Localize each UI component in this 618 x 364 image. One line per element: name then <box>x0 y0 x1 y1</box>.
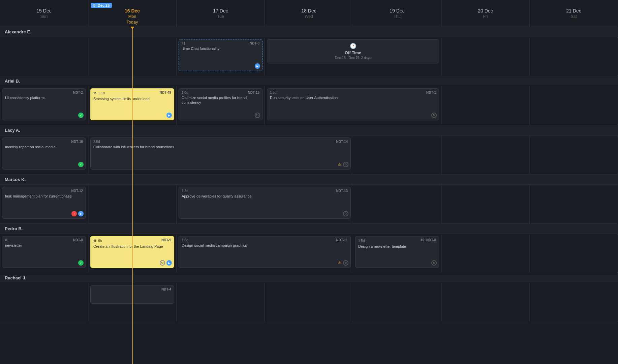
task-num-pedro0: #1 <box>5 238 9 242</box>
off-time-dates: Dec 18 - Dec 19, 2 days <box>335 56 371 60</box>
task-ndt13[interactable]: 1.3d NDT-13 Approve deliverables for qua… <box>179 187 351 219</box>
grid-cell-ariel-0[interactable]: NDT-2 UI consistency platforms ✓ <box>0 86 88 125</box>
task-id-ndt3: NDT-3 <box>250 41 259 45</box>
grid-cell-pedro-0[interactable]: #1 NDT-8 newsletter ✓ <box>0 234 88 273</box>
task-card-ndt3[interactable]: #1 NDT-3 -time Chat functionality ▶ <box>179 39 262 71</box>
task-title-ndt1: Run security tests on User Authenticatio… <box>270 95 436 100</box>
play-icon-ariel1: ▶ <box>166 113 172 118</box>
grid-cell-rachael-4 <box>353 283 441 322</box>
person-header-pedro: Pedro B. <box>0 224 618 234</box>
day-name-4: Thu <box>394 14 401 19</box>
grid-cell-ariel-5 <box>441 86 530 125</box>
task-footer-marcos-2: ↻ <box>343 211 348 216</box>
task-ndt14[interactable]: 2.5d NDT-14 Collaborate with influencers… <box>90 138 351 170</box>
grid-cell-marcos-0[interactable]: NDT-12 task management plan for current … <box>0 185 88 223</box>
task-dur-ndt9: 6h <box>98 239 102 243</box>
sync-icon-pedro2: ↻ <box>343 260 348 266</box>
person-row-ariel: NDT-2 UI consistency platforms ✓ ⚒ <box>0 86 618 125</box>
task-footer-pedro-1: ↻ ▶ <box>160 260 172 266</box>
task-id-ndt11: NDT-11 <box>336 238 348 242</box>
task-footer-ariel-0: ✓ <box>78 113 84 118</box>
day-name-5: Fri <box>483 14 488 19</box>
warn-icon-lacy: ⚠ <box>338 162 342 167</box>
task-num-alex: #1 <box>182 41 185 45</box>
warn-icon-pedro: ⚠ <box>338 260 342 266</box>
grid-cell-ariel-3[interactable]: 1.5d NDT-1 Run security tests on User Au… <box>265 86 441 125</box>
task-ndt1[interactable]: 1.5d NDT-1 Run security tests on User Au… <box>267 88 439 120</box>
calendar-header: 15 Dec Sun 5- Dec 25 16 Dec Mon Today 17… <box>0 0 618 27</box>
task-id-ndt2: NDT-2 <box>73 91 83 94</box>
grid-cell-lacy-0[interactable]: NDT-16 monthly report on social media ✓ <box>0 135 88 174</box>
grid-cell-ariel-6 <box>530 86 618 125</box>
task-id-ndt16: NDT-16 <box>71 140 83 144</box>
person-row-pedro: #1 NDT-8 newsletter ✓ ⚒ <box>0 234 618 273</box>
off-time-label: Off Time <box>345 51 361 55</box>
task-dur-ndt8-2: 1.5d <box>358 239 365 243</box>
day-name-1: Mon <box>128 14 136 19</box>
grid-cell-marcos-2[interactable]: 1.3d NDT-13 Approve deliverables for qua… <box>177 185 353 223</box>
task-dur-ndt15: 1.0d <box>182 91 188 94</box>
task-ndt12[interactable]: NDT-12 task management plan for current … <box>2 187 86 219</box>
person-header-ariel: Ariel B. <box>0 76 618 86</box>
sync-icon-marcos: ↻ <box>343 211 348 216</box>
grid-cell-rachael-2 <box>177 283 265 322</box>
task-footer-pedro-2: ⚠ ↻ <box>338 260 348 266</box>
person-section-rachael: Rachael J. NDT-4 <box>0 273 618 322</box>
task-dur-ndt11: 1.8d <box>182 238 188 242</box>
calendar-body: Alexandre E. #1 NDT-3 -time Chat functio… <box>0 27 618 364</box>
sync-icon-ariel2: ↻ <box>255 113 260 118</box>
grid-cell-pedro-4[interactable]: 1.5d #2 NDT-8 Design a newsletter templa… <box>353 234 441 273</box>
task-ndt8-2[interactable]: 1.5d #2 NDT-8 Design a newsletter templa… <box>355 236 439 268</box>
calendar-container: 15 Dec Sun 5- Dec 25 16 Dec Mon Today 17… <box>0 0 618 364</box>
grid-cell-marcos-4 <box>353 185 441 223</box>
task-title-ndt12: task management plan for current phase <box>5 194 83 199</box>
person-section-ariel: Ariel B. NDT-2 UI consistency platforms … <box>0 76 618 125</box>
sync-icon-pedro1: ↻ <box>160 260 165 266</box>
task-id-ndt1: NDT-1 <box>426 91 436 94</box>
day-date-6: 21 Dec <box>566 8 581 13</box>
grid-cell-lacy-1[interactable]: 2.5d NDT-14 Collaborate with influencers… <box>88 135 353 174</box>
task-ndt15[interactable]: 1.0d NDT-15 Optimize social media profil… <box>179 88 262 120</box>
sync-icon-ariel3: ↻ <box>431 113 437 118</box>
task-id-ndt8-2: #2 NDT-8 <box>421 238 436 242</box>
day-name-2: Tue <box>217 14 224 19</box>
off-time-block-alex: 🕐 Off Time Dec 18 - Dec 19, 2 days <box>267 39 439 63</box>
grid-cell-lacy-5 <box>441 135 530 174</box>
grid-cell-rachael-0 <box>0 283 88 322</box>
grid-cell-alex-6 <box>530 37 618 76</box>
day-date-2: 17 Dec <box>213 8 228 13</box>
task-footer-ariel-2: ↻ <box>255 113 260 118</box>
grid-cell-ariel-2[interactable]: 1.0d NDT-15 Optimize social media profil… <box>177 86 265 125</box>
task-footer-lacy-0: ✓ <box>78 162 84 167</box>
person-header-marcos: Marcos K. <box>0 175 618 185</box>
task-ndt8-1[interactable]: #1 NDT-8 newsletter ✓ <box>2 236 86 268</box>
task-dur-ndt14: 2.5d <box>93 140 100 144</box>
task-dur-ndt13: 1.3d <box>182 189 188 193</box>
task-id-ndt49: NDT-49 <box>160 91 171 94</box>
grid-cell-pedro-2[interactable]: 1.8d NDT-11 Design social media campaign… <box>177 234 353 273</box>
grid-cell-alex-5 <box>441 37 530 76</box>
play-icon-pedro1: ▶ <box>166 260 172 266</box>
grid-cell-alex-2[interactable]: #1 NDT-3 -time Chat functionality ▶ <box>177 37 265 76</box>
today-badge: 5- Dec 25 <box>91 3 112 8</box>
task-footer-pedro-0: ✓ <box>78 260 84 266</box>
task-ndt16[interactable]: NDT-16 monthly report on social media ✓ <box>2 138 86 170</box>
task-hammer-pedro1: ⚒ <box>93 239 96 243</box>
header-day-6: 21 Dec Sat <box>530 0 618 27</box>
task-title-ndt2: UI consistency platforms <box>5 95 83 100</box>
task-id-ndt14: NDT-14 <box>336 140 348 144</box>
grid-cell-rachael-5 <box>441 283 530 322</box>
task-dur-ndt1: 1.5d <box>270 91 276 94</box>
task-ndt2[interactable]: NDT-2 UI consistency platforms ✓ <box>2 88 86 120</box>
task-footer-lacy-1: ⚠ ↻ <box>338 162 348 167</box>
day-date-4: 19 Dec <box>390 8 404 13</box>
task-footer-alex: ▶ <box>255 63 260 69</box>
task-footer-ariel-3: ↻ <box>431 113 437 118</box>
task-dur-ndt49: 1.1d <box>98 91 104 95</box>
play-icon-marcos: ▶ <box>78 211 84 216</box>
task-ndt11[interactable]: 1.8d NDT-11 Design social media campaign… <box>179 236 351 268</box>
grid-cell-rachael-6 <box>530 283 618 322</box>
grid-cell-rachael-3 <box>265 283 353 322</box>
person-row-rachael: NDT-4 <box>0 283 618 322</box>
person-section-alexandre: Alexandre E. #1 NDT-3 -time Chat functio… <box>0 27 618 76</box>
